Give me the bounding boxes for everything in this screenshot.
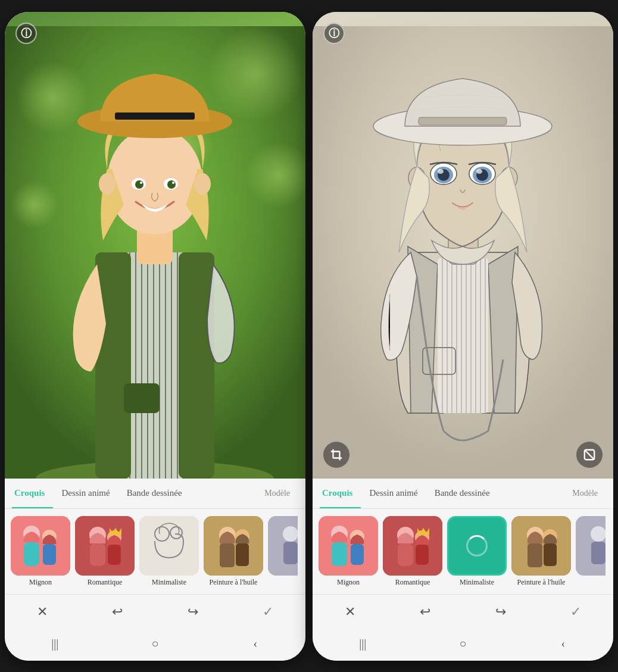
left-style-romantique[interactable]: Romantique: [75, 516, 135, 587]
svg-rect-91: [351, 544, 364, 565]
svg-rect-49: [220, 543, 235, 567]
right-tabs-area: Croquis Dessin animé Bande dessinée Modè…: [313, 479, 613, 509]
left-style-carousel: Mignon Romantique: [5, 509, 305, 594]
left-girl-illustration: [5, 26, 305, 479]
right-photo-area: ⓘ: [313, 12, 613, 479]
svg-point-77: [438, 169, 444, 174]
svg-point-32: [194, 173, 211, 195]
left-tabs-row: Croquis Dessin animé Bande dessinée Modè…: [12, 479, 298, 508]
svg-point-2: [207, 26, 302, 121]
right-bottom-actions: ✕ ↩ ↪ ✓: [313, 594, 613, 630]
left-bottom-actions: ✕ ↩ ↪ ✓: [5, 594, 305, 630]
left-style-peinture[interactable]: Peinture à l'huile: [204, 516, 263, 587]
left-tab-model[interactable]: Modèle: [256, 479, 298, 508]
left-info-badge[interactable]: ⓘ: [15, 23, 37, 44]
left-check-btn[interactable]: ✓: [255, 599, 281, 625]
right-tabs-row: Croquis Dessin animé Bande dessinée Modè…: [320, 479, 606, 508]
svg-point-4: [11, 181, 58, 229]
right-nav-home[interactable]: ○: [450, 631, 476, 657]
right-redo-btn[interactable]: ↪: [488, 599, 514, 625]
left-phone: ⓘ: [5, 12, 305, 661]
left-tab-dessin[interactable]: Dessin animé: [53, 479, 118, 508]
right-romantique-art: [383, 516, 442, 576]
svg-rect-89: [332, 542, 347, 566]
right-style-complex[interactable]: Complex: [576, 516, 605, 587]
svg-point-81: [476, 169, 482, 174]
right-mignon-art: [319, 516, 378, 576]
left-thumb-romantique: [75, 516, 135, 576]
minimaliste-art: [139, 516, 199, 576]
svg-point-31: [99, 173, 116, 195]
left-label-peinture: Peinture à l'huile: [210, 578, 258, 587]
svg-rect-86: [419, 117, 507, 125]
right-check-btn[interactable]: ✓: [563, 599, 589, 625]
peinture-art: [204, 516, 263, 576]
right-no-filter-btn[interactable]: [576, 442, 603, 468]
crop-icon: [330, 448, 343, 461]
right-label-peinture: Peinture à l'huile: [517, 578, 566, 587]
right-tab-croquis[interactable]: Croquis: [320, 479, 361, 508]
svg-point-30: [172, 182, 174, 184]
right-style-minimaliste[interactable]: Minimaliste: [447, 516, 507, 587]
left-close-btn[interactable]: ✕: [29, 599, 55, 625]
right-style-mignon[interactable]: Mignon: [319, 516, 378, 587]
svg-point-22: [107, 127, 202, 235]
right-info-badge[interactable]: ⓘ: [323, 23, 345, 44]
left-thumb-partial: [268, 516, 298, 576]
svg-rect-51: [236, 543, 249, 566]
right-style-peinture[interactable]: Peinture à l'huile: [511, 516, 571, 587]
right-crop-btn[interactable]: [323, 442, 349, 468]
no-filter-icon: [583, 448, 596, 461]
svg-rect-96: [416, 545, 429, 565]
svg-point-27: [135, 180, 143, 189]
right-info-icon: ⓘ: [329, 26, 339, 40]
left-nav-home[interactable]: ○: [142, 631, 168, 657]
svg-rect-105: [591, 542, 605, 564]
right-close-btn[interactable]: ✕: [337, 599, 363, 625]
right-anime-illustration: [313, 26, 613, 479]
right-tab-bande[interactable]: Bande dessinée: [426, 479, 498, 508]
svg-rect-94: [398, 543, 413, 566]
right-nav-menu[interactable]: |||: [349, 631, 376, 657]
loading-overlay: [449, 518, 505, 574]
svg-point-53: [283, 526, 298, 542]
left-style-mignon[interactable]: Mignon: [11, 516, 70, 587]
right-nav-back[interactable]: ‹: [550, 631, 576, 657]
right-undo-btn[interactable]: ↩: [412, 599, 438, 625]
svg-rect-54: [283, 542, 298, 564]
left-tabs-area: Croquis Dessin animé Bande dessinée Modè…: [5, 479, 305, 509]
svg-rect-37: [43, 544, 56, 565]
left-undo-btn[interactable]: ↩: [104, 599, 130, 625]
svg-rect-100: [528, 543, 542, 567]
right-thumb-romantique: [383, 516, 442, 576]
svg-rect-102: [544, 543, 557, 566]
right-nav-bar: ||| ○ ‹: [313, 630, 613, 661]
left-tab-bande[interactable]: Bande dessinée: [118, 479, 191, 508]
right-thumb-complex: [576, 516, 605, 576]
svg-rect-40: [90, 543, 105, 566]
left-tab-croquis[interactable]: Croquis: [12, 479, 53, 508]
left-label-mignon: Mignon: [29, 578, 52, 587]
left-nav-back[interactable]: ‹: [242, 631, 269, 657]
left-photo-area: ⓘ: [5, 12, 305, 479]
left-thumb-peinture: [204, 516, 263, 576]
svg-rect-33: [11, 516, 70, 576]
svg-rect-19: [179, 252, 214, 479]
left-redo-btn[interactable]: ↪: [180, 599, 206, 625]
right-label-mignon: Mignon: [337, 578, 360, 587]
svg-rect-38: [75, 516, 135, 576]
left-photo-bg: ⓘ: [5, 12, 305, 479]
right-label-minimaliste: Minimaliste: [460, 578, 494, 587]
svg-point-28: [167, 180, 176, 189]
left-label-minimaliste: Minimaliste: [152, 578, 186, 587]
info-icon: ⓘ: [21, 26, 32, 40]
left-style-minimaliste[interactable]: Minimaliste: [139, 516, 199, 587]
left-style-partial[interactable]: [268, 516, 298, 587]
right-tab-dessin[interactable]: Dessin animé: [361, 479, 426, 508]
right-style-carousel: Mignon Romantique: [313, 509, 613, 594]
left-nav-menu[interactable]: |||: [42, 631, 68, 657]
svg-rect-92: [383, 516, 442, 576]
right-tab-model[interactable]: Modèle: [564, 479, 606, 508]
right-style-romantique[interactable]: Romantique: [383, 516, 442, 587]
right-peinture-art: [511, 516, 571, 576]
